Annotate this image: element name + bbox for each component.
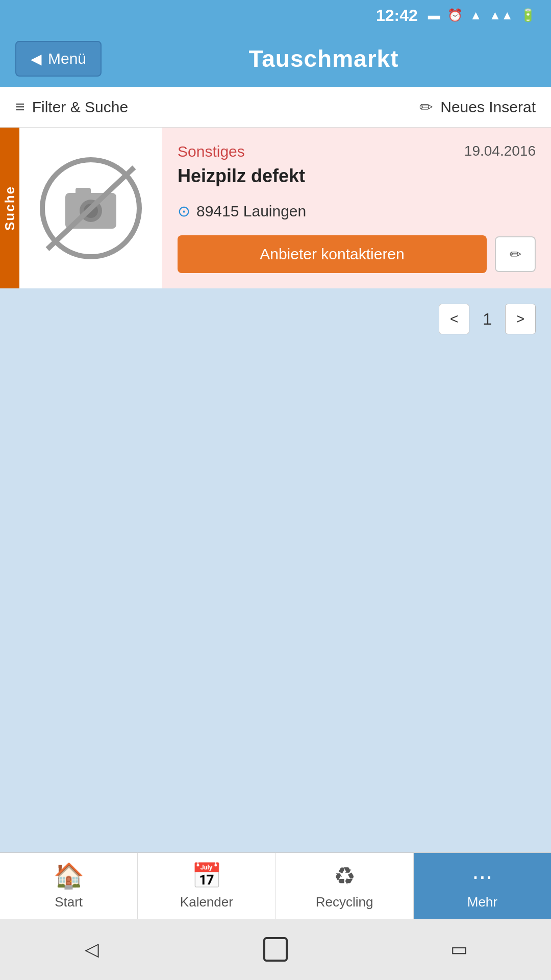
filter-icon: ≡ bbox=[15, 97, 25, 116]
battery-icon: 🔋 bbox=[520, 8, 536, 22]
recycling-icon: ♻ bbox=[334, 862, 356, 890]
location-text: 89415 Lauingen bbox=[196, 203, 306, 220]
toolbar: ≡ Filter & Suche ✏ Neues Inserat bbox=[0, 87, 551, 128]
wifi-icon: ▲ bbox=[470, 8, 482, 22]
nav-label-start: Start bbox=[55, 894, 83, 910]
listing-actions: Anbieter kontaktieren ✏ bbox=[178, 235, 536, 273]
bottom-nav: 🏠 Start 📅 Kalender ♻ Recycling ··· Mehr bbox=[0, 852, 551, 919]
network-icon: ▲▲ bbox=[489, 8, 513, 22]
nav-label-mehr: Mehr bbox=[467, 894, 497, 910]
recents-button[interactable]: ▭ bbox=[441, 932, 477, 967]
listing-details: Sonstiges 19.04.2016 Heizpilz defekt ⊙ 8… bbox=[162, 128, 551, 288]
new-listing-button[interactable]: ✏ Neues Inserat bbox=[419, 97, 536, 117]
listing-date: 19.04.2016 bbox=[464, 143, 536, 159]
location-icon: ⊙ bbox=[178, 202, 190, 220]
contact-provider-button[interactable]: Anbieter kontaktieren bbox=[178, 235, 487, 273]
alarm-icon: ⏰ bbox=[447, 8, 463, 22]
filter-label: Filter & Suche bbox=[32, 99, 128, 116]
menu-label: Menü bbox=[48, 50, 86, 67]
status-icons: ▬ ⏰ ▲ ▲▲ 🔋 bbox=[428, 8, 536, 22]
home-icon: 🏠 bbox=[54, 862, 84, 890]
nav-item-kalender[interactable]: 📅 Kalender bbox=[138, 853, 276, 919]
no-photo-placeholder bbox=[37, 155, 144, 262]
listing-card: Suche Sonstiges bbox=[0, 128, 551, 288]
back-arrow-icon: ◀ bbox=[31, 51, 42, 67]
empty-content-area bbox=[0, 345, 551, 600]
system-nav: ◁ ▭ bbox=[0, 919, 551, 980]
menu-button[interactable]: ◀ Menü bbox=[15, 41, 102, 77]
pagination: < 1 > bbox=[0, 288, 551, 345]
listing-location: ⊙ 89415 Lauingen bbox=[178, 202, 536, 220]
status-bar: 12:42 ▬ ⏰ ▲ ▲▲ 🔋 bbox=[0, 0, 551, 31]
signal-icon: ▬ bbox=[428, 8, 440, 22]
next-page-button[interactable]: > bbox=[505, 304, 536, 334]
filter-search-button[interactable]: ≡ Filter & Suche bbox=[15, 97, 128, 116]
more-icon: ··· bbox=[472, 862, 492, 890]
home-sys-icon bbox=[263, 937, 288, 962]
new-listing-label: Neues Inserat bbox=[440, 99, 536, 116]
main-content: Suche Sonstiges bbox=[0, 128, 551, 600]
nav-item-start[interactable]: 🏠 Start bbox=[0, 853, 138, 919]
nav-label-recycling: Recycling bbox=[316, 894, 373, 910]
listing-header: Sonstiges 19.04.2016 bbox=[178, 143, 536, 160]
edit-listing-button[interactable]: ✏ bbox=[495, 236, 536, 272]
svg-rect-4 bbox=[76, 188, 91, 195]
prev-page-button[interactable]: < bbox=[439, 304, 469, 334]
status-time: 12:42 bbox=[376, 6, 418, 25]
current-page: 1 bbox=[474, 310, 500, 329]
edit-icon: ✏ bbox=[510, 246, 521, 263]
listing-image bbox=[19, 128, 162, 288]
listing-category: Sonstiges bbox=[178, 143, 245, 160]
home-button[interactable] bbox=[258, 932, 293, 967]
calendar-icon: 📅 bbox=[191, 862, 222, 890]
header: ◀ Menü Tauschmarkt bbox=[0, 31, 551, 87]
page-title: Tauschmarkt bbox=[112, 45, 536, 72]
back-button[interactable]: ◁ bbox=[74, 932, 110, 967]
new-listing-icon: ✏ bbox=[419, 97, 433, 117]
suche-label: Suche bbox=[0, 128, 19, 288]
nav-label-kalender: Kalender bbox=[180, 894, 233, 910]
nav-item-recycling[interactable]: ♻ Recycling bbox=[276, 853, 414, 919]
listing-title: Heizpilz defekt bbox=[178, 165, 536, 187]
svg-line-5 bbox=[47, 167, 134, 249]
nav-item-mehr[interactable]: ··· Mehr bbox=[414, 853, 551, 919]
